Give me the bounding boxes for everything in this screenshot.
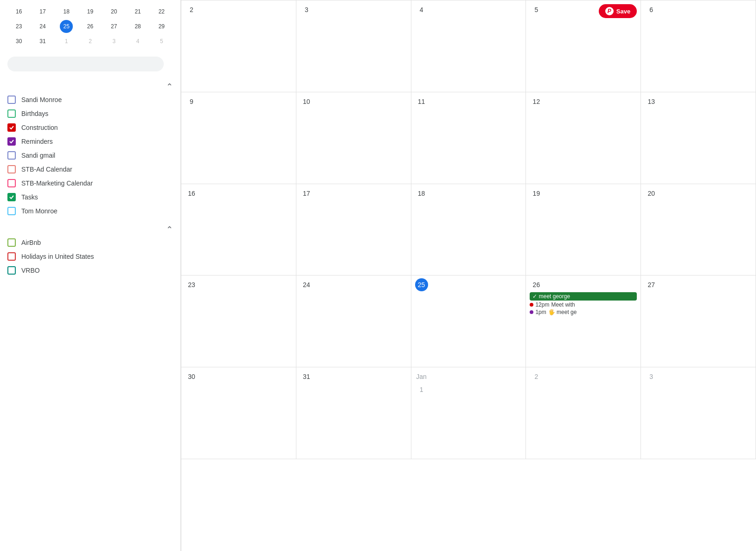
mini-cal-day[interactable]: 4 — [131, 35, 144, 48]
cal-item[interactable]: STB-Marketing Calendar — [7, 176, 173, 190]
cal-cell[interactable]: 18 — [411, 184, 526, 276]
event-text-row[interactable]: 12pmMeet with — [530, 301, 637, 308]
mini-cal-day[interactable]: 31 — [36, 35, 49, 48]
my-calendars-header: ⌃ — [7, 79, 173, 93]
cal-item[interactable]: VRBO — [7, 263, 173, 277]
cal-cell[interactable]: 20 — [641, 184, 756, 276]
my-calendars-list: Sandi MonroeBirthdaysConstructionReminde… — [7, 93, 173, 218]
cal-item[interactable]: Holidays in United States — [7, 250, 173, 263]
cal-day-number: 2 — [530, 370, 543, 383]
cal-checkbox[interactable] — [7, 165, 16, 173]
cal-day-number: 24 — [300, 278, 313, 291]
mini-cal-day[interactable]: 24 — [36, 20, 49, 33]
mini-cal-day[interactable]: 21 — [131, 5, 144, 18]
cal-day-number: 18 — [415, 187, 428, 200]
cal-item[interactable]: AirBnb — [7, 236, 173, 250]
cal-day-number: Jan 1 — [415, 370, 428, 383]
mini-cal-day[interactable]: 27 — [108, 20, 121, 33]
cal-cell[interactable]: 10 — [296, 92, 411, 184]
cal-cell[interactable]: 2 — [526, 367, 641, 459]
mini-cal-day[interactable]: 3 — [108, 35, 121, 48]
mini-cal-day[interactable]: 28 — [131, 20, 144, 33]
more-vert-button[interactable] — [166, 62, 173, 66]
mini-cal-day[interactable]: 18 — [60, 5, 73, 18]
cal-day-number: 26 — [530, 278, 543, 291]
cal-cell[interactable]: 2 — [181, 0, 296, 92]
cal-cell[interactable]: 13 — [641, 92, 756, 184]
cal-item[interactable]: Tasks — [7, 190, 173, 204]
mini-cal-day[interactable]: 19 — [83, 5, 96, 18]
cal-day-number: 23 — [185, 278, 198, 291]
mini-cal-day[interactable]: 23 — [13, 20, 26, 33]
cal-cell[interactable]: 31 — [296, 367, 411, 459]
cal-cell[interactable]: 19 — [526, 184, 641, 276]
mini-cal-day[interactable]: 30 — [13, 35, 26, 48]
cal-label: AirBnb — [21, 239, 41, 246]
add-calendar-input[interactable] — [7, 57, 164, 71]
cal-checkbox[interactable] — [7, 109, 16, 118]
cal-item[interactable]: Sandi gmail — [7, 148, 173, 162]
cal-cell[interactable]: 3 — [296, 0, 411, 92]
cal-day-number: 13 — [645, 95, 658, 108]
cal-item[interactable]: Birthdays — [7, 107, 173, 121]
cal-checkbox[interactable] — [7, 193, 16, 201]
cal-day-number: 11 — [415, 95, 428, 108]
cal-cell[interactable]: 16 — [181, 184, 296, 276]
cal-cell[interactable]: 17 — [296, 184, 411, 276]
cal-cell[interactable]: 27 — [641, 276, 756, 367]
pinterest-save-button[interactable]: PSave — [599, 4, 637, 18]
cal-item[interactable]: Sandi Monroe — [7, 93, 173, 107]
mini-cal-day[interactable]: 16 — [13, 5, 26, 18]
cal-day-number: 30 — [185, 370, 198, 383]
cal-item[interactable]: STB-Ad Calendar — [7, 162, 173, 176]
my-calendars-toggle[interactable]: ⌃ — [166, 83, 173, 91]
cal-day-number: 10 — [300, 95, 313, 108]
cal-checkbox[interactable] — [7, 96, 16, 104]
cal-cell[interactable]: 12 — [526, 92, 641, 184]
cal-cell[interactable]: 24 — [296, 276, 411, 367]
add-calendar-row — [7, 57, 173, 71]
cal-cell[interactable]: 5PSave — [526, 0, 641, 92]
event-text-row[interactable]: 1pm🖐 meet ge — [530, 309, 637, 315]
cal-cell[interactable]: 25 — [411, 276, 526, 367]
cal-cell[interactable]: 30 — [181, 367, 296, 459]
cal-cell[interactable]: Jan 1 — [411, 367, 526, 459]
event-time: 1pm — [535, 309, 546, 315]
cal-cell[interactable]: 6 — [641, 0, 756, 92]
cal-cell[interactable]: 11 — [411, 92, 526, 184]
cal-checkbox[interactable] — [7, 266, 16, 275]
cal-checkbox[interactable] — [7, 151, 16, 160]
other-calendars-toggle[interactable]: ⌃ — [166, 225, 173, 234]
cal-label: Sandi gmail — [21, 152, 55, 159]
cal-checkbox[interactable] — [7, 179, 16, 187]
mini-cal-day[interactable]: 26 — [83, 20, 96, 33]
mini-cal-day[interactable]: 22 — [155, 5, 168, 18]
cal-checkbox[interactable] — [7, 207, 16, 215]
cal-day-number: 17 — [300, 187, 313, 200]
cal-checkbox[interactable] — [7, 123, 16, 132]
event-chip[interactable]: ✓ meet george — [530, 292, 637, 301]
cal-cell[interactable]: 3 — [641, 367, 756, 459]
cal-label: VRBO — [21, 267, 40, 274]
cal-cell[interactable]: 26✓ meet george12pmMeet with1pm🖐 meet ge — [526, 276, 641, 367]
cal-day-number: 12 — [530, 95, 543, 108]
mini-cal-day[interactable]: 1 — [60, 35, 73, 48]
mini-cal-day[interactable]: 20 — [108, 5, 121, 18]
cal-cell[interactable]: 23 — [181, 276, 296, 367]
cal-checkbox[interactable] — [7, 137, 16, 146]
mini-cal-day[interactable]: 5 — [155, 35, 168, 48]
cal-item[interactable]: Reminders — [7, 135, 173, 148]
mini-cal-day[interactable]: 25 — [60, 20, 73, 33]
cal-cell[interactable]: 9 — [181, 92, 296, 184]
cal-checkbox[interactable] — [7, 238, 16, 247]
cal-cell[interactable]: 4 — [411, 0, 526, 92]
cal-day-number: 6 — [645, 3, 658, 16]
cal-checkbox[interactable] — [7, 252, 16, 261]
other-calendars-list: AirBnbHolidays in United StatesVRBO — [7, 236, 173, 277]
cal-item[interactable]: Tom Monroe — [7, 204, 173, 218]
cal-label: STB-Ad Calendar — [21, 166, 72, 173]
mini-cal-day[interactable]: 17 — [36, 5, 49, 18]
mini-cal-day[interactable]: 29 — [155, 20, 168, 33]
mini-cal-day[interactable]: 2 — [83, 35, 96, 48]
cal-item[interactable]: Construction — [7, 121, 173, 135]
